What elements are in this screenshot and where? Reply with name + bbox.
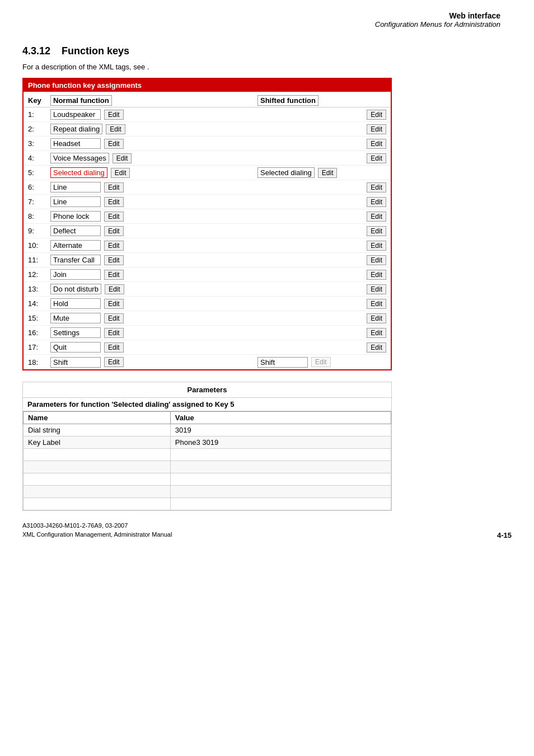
edit-normal-button[interactable]: Edit — [104, 139, 124, 149]
param-value: Phone3 3019 — [170, 436, 391, 449]
edit-shifted-button[interactable]: Edit — [318, 168, 338, 178]
params-table: Name Value Dial string3019Key LabelPhone… — [23, 411, 391, 510]
edit-shifted-button[interactable]: Edit — [367, 124, 386, 134]
normal-function-value: Do not disturb — [50, 284, 101, 294]
key-number: 7: — [28, 198, 50, 206]
edit-normal-button[interactable]: Edit — [104, 197, 124, 207]
edit-shifted-button[interactable]: Edit — [367, 328, 386, 338]
normal-function-value: Deflect — [50, 226, 101, 236]
params-header-row: Name Value — [24, 412, 391, 424]
normal-function-cell: LineEdit — [50, 182, 252, 192]
param-name — [24, 473, 171, 486]
footer: A31003-J4260-M101-2-76A9, 03-2007 XML Co… — [22, 522, 512, 539]
shifted-function-cell: Edit — [252, 299, 386, 309]
params-row — [24, 498, 391, 510]
edit-shifted-button[interactable]: Edit — [367, 226, 386, 236]
col-shifted-header: Shifted function — [252, 95, 386, 106]
param-name: Key Label — [24, 436, 171, 449]
section-title: Function keys — [62, 45, 129, 57]
edit-shifted-button[interactable]: Edit — [367, 139, 386, 149]
edit-shifted-button[interactable]: Edit — [367, 299, 386, 309]
shifted-function-value: Shift — [257, 357, 308, 368]
header-subtitle: Configuration Menus for Administration — [22, 20, 500, 29]
edit-shifted-button[interactable]: Edit — [367, 182, 386, 192]
shifted-function-cell: Edit — [252, 255, 386, 265]
normal-function-value: Shift — [50, 357, 101, 368]
edit-normal-button[interactable]: Edit — [113, 153, 132, 163]
key-number: 14: — [28, 299, 50, 308]
footer-bottom: XML Configuration Management, Administra… — [22, 531, 512, 539]
edit-shifted-button[interactable]: Edit — [367, 153, 386, 163]
edit-shifted-button[interactable]: Edit — [367, 212, 386, 222]
shifted-function-cell: Edit — [252, 328, 386, 338]
edit-shifted-button: Edit — [311, 357, 331, 367]
params-row: Dial string3019 — [24, 424, 391, 436]
edit-normal-button[interactable]: Edit — [104, 357, 124, 367]
edit-normal-button[interactable]: Edit — [111, 168, 130, 178]
header-section: Web interface Configuration Menus for Ad… — [22, 11, 512, 29]
params-row — [24, 449, 391, 461]
edit-shifted-button[interactable]: Edit — [367, 110, 386, 120]
key-number: 8: — [28, 212, 50, 220]
normal-function-value: Voice Messages — [50, 153, 109, 163]
normal-function-cell: ShiftEdit — [50, 357, 252, 368]
edit-normal-button[interactable]: Edit — [105, 284, 124, 294]
edit-normal-button[interactable]: Edit — [104, 342, 124, 353]
edit-normal-button[interactable]: Edit — [104, 241, 124, 251]
edit-normal-button[interactable]: Edit — [104, 226, 124, 236]
normal-function-cell: Phone lockEdit — [50, 211, 252, 222]
edit-shifted-button[interactable]: Edit — [367, 255, 386, 265]
table-row: 6:LineEditEdit — [24, 180, 391, 195]
key-number: 4: — [28, 154, 50, 162]
shifted-function-cell: Edit — [252, 124, 386, 134]
edit-shifted-button[interactable]: Edit — [367, 241, 386, 251]
table-row: 13:Do not disturbEditEdit — [24, 282, 391, 297]
key-number: 13: — [28, 285, 50, 293]
edit-shifted-button[interactable]: Edit — [367, 313, 386, 323]
key-number: 11: — [28, 256, 50, 264]
normal-function-value: Repeat dialing — [50, 124, 102, 134]
col-normal-header: Normal function — [50, 95, 252, 106]
key-number: 1: — [28, 110, 50, 119]
edit-normal-button[interactable]: Edit — [104, 212, 124, 222]
function-keys-table-container: Phone function key assignments Key Norma… — [22, 78, 392, 370]
key-number: 2: — [28, 125, 50, 133]
edit-shifted-button[interactable]: Edit — [367, 197, 386, 207]
table-row: 8:Phone lockEditEdit — [24, 209, 391, 224]
shifted-function-cell: Edit — [252, 270, 386, 280]
edit-normal-button[interactable]: Edit — [104, 255, 124, 265]
params-row — [24, 461, 391, 473]
edit-shifted-button[interactable]: Edit — [367, 342, 386, 353]
edit-normal-button[interactable]: Edit — [106, 124, 125, 134]
normal-function-value: Line — [50, 196, 101, 207]
param-value — [170, 473, 391, 486]
normal-function-value: Hold — [50, 298, 101, 309]
parameters-section: Parameters Parameters for function 'Sele… — [22, 382, 392, 511]
edit-shifted-button[interactable]: Edit — [367, 270, 386, 280]
key-rows-container: 1:LoudspeakerEditEdit2:Repeat dialingEdi… — [24, 107, 391, 369]
shifted-function-cell: Edit — [252, 241, 386, 251]
shifted-function-cell: Edit — [252, 284, 386, 294]
normal-function-value: Alternate — [50, 240, 101, 251]
edit-shifted-button[interactable]: Edit — [367, 284, 386, 294]
table-row: 2:Repeat dialingEditEdit — [24, 122, 391, 137]
edit-normal-button[interactable]: Edit — [104, 328, 124, 338]
param-value: 3019 — [170, 424, 391, 436]
param-value — [170, 498, 391, 510]
edit-normal-button[interactable]: Edit — [104, 313, 124, 323]
edit-normal-button[interactable]: Edit — [104, 182, 124, 192]
edit-normal-button[interactable]: Edit — [104, 110, 124, 120]
shifted-function-cell: Edit — [252, 342, 386, 353]
section-number: 4.3.12 — [22, 45, 50, 57]
key-number: 16: — [28, 328, 50, 337]
edit-normal-button[interactable]: Edit — [104, 270, 124, 280]
param-value — [170, 461, 391, 473]
normal-function-cell: Repeat dialingEdit — [50, 124, 252, 134]
shifted-function-cell: Edit — [252, 313, 386, 323]
normal-function-cell: MuteEdit — [50, 313, 252, 323]
normal-function-cell: LineEdit — [50, 196, 252, 207]
edit-normal-button[interactable]: Edit — [104, 299, 124, 309]
table-row: 7:LineEditEdit — [24, 195, 391, 209]
params-col-value: Value — [170, 412, 391, 424]
footer-line1: A31003-J4260-M101-2-76A9, 03-2007 — [22, 522, 512, 529]
